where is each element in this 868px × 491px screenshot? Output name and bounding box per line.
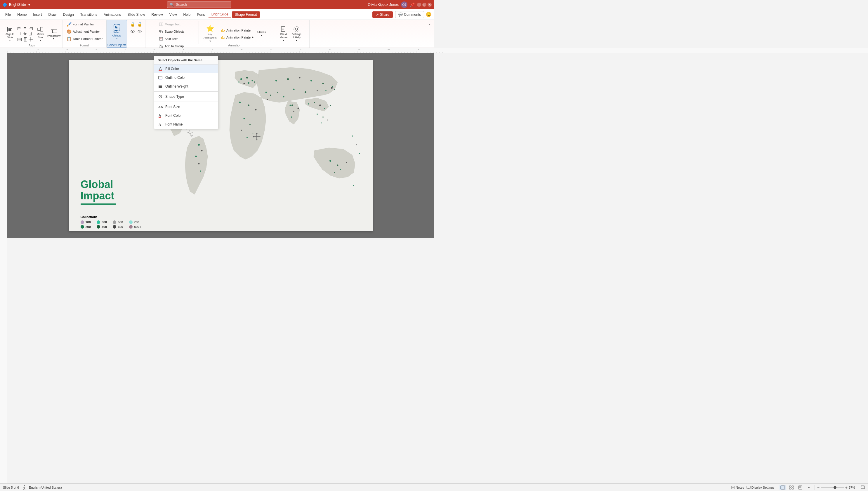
align-to-slide-button[interactable]: Align toSlide ▼ (3, 23, 16, 45)
svg-text:18: 18 (417, 49, 419, 51)
dropdown-item-font-color[interactable]: A Font Color (154, 111, 218, 120)
menu-file[interactable]: File (2, 11, 14, 18)
svg-rect-45 (162, 23, 163, 26)
dropdown-item-font-name[interactable]: A Font Name (154, 120, 218, 129)
menu-pens[interactable]: Pens (194, 11, 208, 18)
menu-transitions[interactable]: Transitions (77, 11, 100, 18)
legend-item-600: 600 (113, 225, 123, 229)
select-objects-button[interactable]: SelectObjects ▼ (110, 21, 124, 42)
slide-text: Global Impact Global Impact (81, 179, 116, 207)
svg-rect-20 (30, 33, 30, 35)
svg-point-270 (198, 144, 200, 146)
share-button[interactable]: ↗ Share (372, 11, 393, 18)
unlock-button[interactable]: 🔓 (136, 21, 143, 27)
menu-design[interactable]: Design (60, 11, 77, 18)
menu-home[interactable]: Home (14, 11, 29, 18)
distribute-h-button[interactable] (17, 37, 22, 42)
menu-brightslide[interactable]: BrightSlide (208, 11, 231, 18)
dropdown-item-fill-color[interactable]: Fill Color (154, 64, 218, 73)
align-left-button[interactable] (17, 26, 22, 31)
menu-insert[interactable]: Insert (30, 11, 45, 18)
typography-label: Typography (47, 34, 60, 37)
dropdown-item-shape-type[interactable]: Shape Type (154, 92, 218, 101)
svg-text:-2: -2 (124, 49, 126, 51)
fill-color-label: Fill Color (165, 67, 179, 71)
svg-rect-8 (24, 27, 26, 28)
menu-slideshow[interactable]: Slide Show (124, 11, 148, 18)
menu-animations[interactable]: Animations (101, 11, 124, 18)
align-to-slide-icon (6, 26, 13, 33)
svg-rect-23 (21, 38, 22, 41)
app-dropdown-icon[interactable]: ▼ (28, 3, 31, 6)
svg-point-316 (334, 172, 335, 173)
ribbon-collapse-icon[interactable]: 📌 (410, 2, 415, 7)
svg-point-329 (353, 185, 354, 186)
font-color-icon: A (158, 113, 163, 118)
svg-text:16: 16 (387, 49, 390, 51)
animation-painter-plus-button[interactable]: + Animation Painter+ (219, 34, 255, 40)
ribbon-expand-button[interactable]: ⌄ (427, 21, 432, 26)
svg-point-66 (295, 28, 298, 30)
svg-rect-9 (24, 29, 26, 29)
table-format-painter-button[interactable]: 📋 Table Format Painter (65, 36, 104, 42)
svg-rect-24 (19, 38, 19, 40)
align-middle-button[interactable] (23, 31, 28, 36)
align-top-button[interactable] (17, 31, 22, 36)
dropdown-item-outline-weight[interactable]: Outline Weight (154, 82, 218, 91)
smart-guides-button[interactable] (28, 37, 33, 42)
font-name-label: Font Name (165, 122, 183, 126)
file-master-button[interactable]: File &Master ▼ (278, 23, 289, 45)
align-right-button[interactable] (28, 26, 33, 31)
select-objects-dropdown: ▼ (116, 37, 118, 40)
hide-button[interactable] (130, 28, 136, 34)
minimize-button[interactable]: — (417, 3, 421, 7)
my-animations-button[interactable]: ⭐ MyAnimations ▼ (202, 25, 219, 43)
table-format-icon: 📋 (66, 36, 72, 41)
align-bottom-button[interactable] (28, 31, 33, 36)
svg-rect-55 (162, 47, 163, 48)
maximize-button[interactable]: □ (422, 3, 426, 7)
show-button[interactable] (136, 28, 143, 34)
close-button[interactable]: ✕ (427, 3, 432, 7)
outline-weight-label: Outline Weight (165, 84, 188, 88)
swap-objects-button[interactable]: Swap Objects (158, 28, 186, 35)
distribute-v-button[interactable] (23, 37, 28, 42)
match-size-button[interactable]: MatchSize ▼ (34, 23, 47, 45)
utilities-label: Utilities (257, 31, 266, 34)
animation-painter-button[interactable]: Animation Painter (219, 27, 255, 34)
menu-view[interactable]: View (166, 11, 180, 18)
menu-shapeformat[interactable]: Shape Format (232, 11, 260, 18)
format-painter-button[interactable]: 🖌️ Format Painter (65, 21, 95, 27)
outline-color-icon (158, 75, 163, 80)
svg-point-317 (352, 136, 353, 137)
svg-point-292 (299, 77, 300, 79)
legend-dot-500 (113, 221, 116, 224)
svg-text:-6: -6 (66, 49, 68, 51)
svg-point-293 (310, 80, 312, 82)
menu-draw[interactable]: Draw (45, 11, 59, 18)
settings-help-button[interactable]: Settings& Help ▼ (290, 23, 303, 45)
menu-review[interactable]: Review (148, 11, 166, 18)
align-center-button[interactable] (23, 26, 28, 31)
font-size-icon: AA (158, 104, 163, 110)
dropdown-item-font-size[interactable]: AA Font Size (154, 103, 218, 111)
svg-point-313 (337, 165, 338, 166)
search-box[interactable]: 🔍 Search (167, 1, 231, 8)
menu-bar: File Home Insert Draw Design Transitions… (0, 9, 434, 20)
comments-button[interactable]: 💬 Comments (395, 11, 424, 18)
split-text-button[interactable]: Split Text (158, 36, 179, 42)
emoji-button[interactable]: 😊 (426, 12, 432, 17)
slide-panel[interactable]: Global Impact Global Impact Collection: … (7, 53, 434, 238)
svg-text:AA: AA (158, 105, 163, 109)
typography-button[interactable]: T Typography ▼ (47, 23, 60, 45)
menu-help[interactable]: Help (180, 11, 194, 18)
global-impact-title: Global Impact Global Impact (81, 179, 116, 202)
dropdown-divider-1 (154, 91, 218, 92)
svg-point-296 (293, 89, 295, 90)
adjustment-painter-button[interactable]: 🎨 Adjustment Painter (65, 28, 101, 35)
svg-text:A: A (159, 123, 161, 127)
utilities-button[interactable]: Utilities ▼ (256, 27, 268, 40)
lock-button[interactable]: 🔒 (130, 21, 136, 27)
dropdown-item-outline-color[interactable]: Outline Color (154, 73, 218, 82)
select-objects-dropdown-menu: Select Objects with the Same Fill Color … (154, 56, 218, 129)
